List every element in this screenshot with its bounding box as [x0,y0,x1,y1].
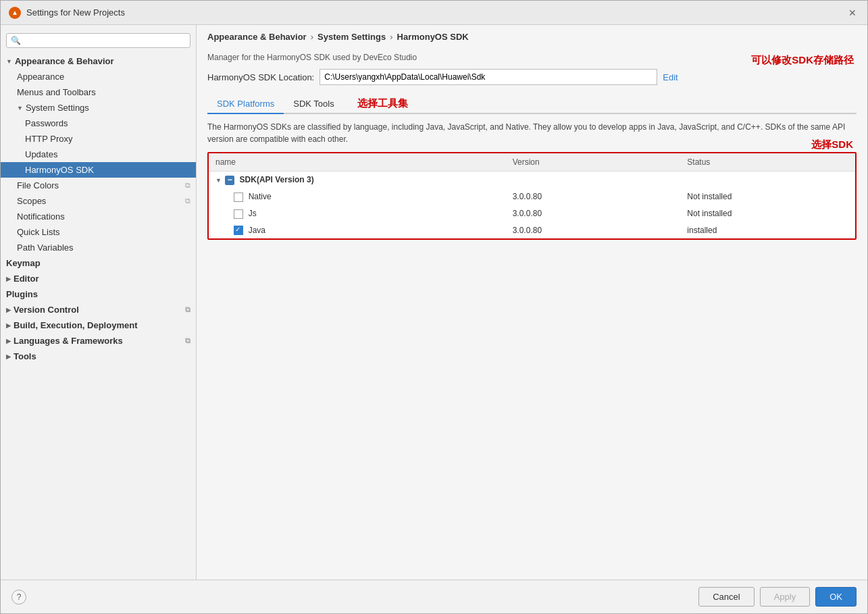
sdk-item-version-java: 3.0.0.80 [506,222,681,239]
breadcrumb-sep-2: › [390,32,392,42]
right-panel: Appearance & Behavior › System Settings … [197,25,867,580]
table-row: Js 3.0.0.80 Not installed [209,205,855,222]
search-input[interactable] [24,36,186,45]
sdk-group-version [506,172,681,189]
col-header-version: Version [506,153,681,172]
breadcrumb-part-3: HarmonyOS SDK [397,32,469,42]
sdk-table-section: 选择SDK name Version Status [207,152,857,240]
app-icon: ▲ [9,7,21,19]
expand-icon: ▶ [6,322,11,329]
annotation-select-sdk: 选择SDK [811,138,853,151]
sidebar-item-languages-frameworks[interactable]: ▶ Languages & Frameworks ⧉ [1,333,196,349]
sidebar-item-file-colors[interactable]: File Colors ⧉ [1,178,196,193]
settings-dialog: ▲ Settings for New Projects ✕ 🔍 ▼ Appear… [0,0,868,614]
ok-button[interactable]: OK [815,587,857,607]
java-checkbox[interactable] [234,226,243,235]
sidebar-label: Version Control [14,305,79,315]
sdk-item-status-java: installed [680,222,855,239]
expand-icon: ▼ [6,58,12,65]
annotation-select-tools: 选择工具集 [357,97,408,110]
main-content: 🔍 ▼ Appearance & Behavior Appearance Men… [1,25,867,580]
minus-icon: − [225,176,234,185]
sidebar-label: Appearance [17,72,64,82]
sidebar-item-harmonyos-sdk[interactable]: HarmonyOS SDK [1,162,196,178]
sidebar-label: Keymap [6,258,41,268]
expand-icon: ▶ [6,307,11,313]
expand-icon: ▼ [215,177,222,184]
page-icon: ⧉ [185,305,190,314]
breadcrumb-sep-1: › [311,32,313,42]
col-header-name: name [209,153,506,172]
sidebar-item-http-proxy[interactable]: HTTP Proxy [1,131,196,147]
search-box[interactable]: 🔍 [6,33,190,48]
sidebar-label: Updates [25,149,57,159]
sdk-table-container: name Version Status ▼ − [207,152,857,240]
title-bar: ▲ Settings for New Projects ✕ [1,1,867,25]
sdk-group-status [680,172,855,189]
sdk-group-label: SDK(API Version 3) [240,175,314,184]
sidebar-label: HTTP Proxy [25,134,73,144]
page-icon: ⧉ [185,336,190,345]
sidebar-item-notifications[interactable]: Notifications [1,209,196,224]
sidebar-label: Languages & Frameworks [14,336,123,346]
sidebar-label: Path Variables [17,242,74,253]
sidebar-label: File Colors [17,180,59,190]
sidebar-item-appearance-behavior[interactable]: ▼ Appearance & Behavior [1,53,196,69]
page-icon: ⧉ [185,197,190,205]
edit-link[interactable]: Edit [663,72,678,82]
sidebar-item-quick-lists[interactable]: Quick Lists [1,224,196,240]
col-header-status: Status [680,153,855,172]
sidebar-label: Notifications [17,211,65,222]
sidebar-label: Editor [14,274,39,284]
sidebar-item-appearance[interactable]: Appearance [1,69,196,84]
sdk-item-status-native: Not installed [680,188,855,205]
sidebar-item-version-control[interactable]: ▶ Version Control ⧉ [1,302,196,317]
breadcrumb-part-2: System Settings [317,32,386,42]
sdk-location-label: HarmonyOS SDK Location: [207,72,314,82]
sidebar-label: Menus and Toolbars [17,87,96,97]
sdk-location-input[interactable] [320,69,657,85]
tab-sdk-platforms[interactable]: SDK Platforms [207,95,284,114]
footer-left: ? [11,590,693,605]
sidebar-item-tools[interactable]: ▶ Tools [1,349,196,364]
sidebar-label: Plugins [6,289,38,299]
search-icon: 🔍 [11,36,21,45]
sidebar-label: Passwords [25,118,68,128]
sdk-item-status-js: Not installed [680,205,855,222]
sidebar-item-keymap[interactable]: Keymap [1,255,196,271]
tabs-row: SDK Platforms SDK Tools 选择工具集 [207,95,857,114]
sidebar-label: Tools [14,351,36,361]
close-button[interactable]: ✕ [846,6,859,20]
table-row: Native 3.0.0.80 Not installed [209,188,855,205]
table-row: Java 3.0.0.80 installed [209,222,855,239]
expand-icon: ▶ [6,276,11,282]
cancel-button[interactable]: Cancel [698,587,754,607]
js-checkbox[interactable] [234,209,243,219]
sdk-item-name-native: Native [209,188,506,205]
sidebar: 🔍 ▼ Appearance & Behavior Appearance Men… [1,25,197,580]
sidebar-item-passwords[interactable]: Passwords [1,116,196,131]
sidebar-label: System Settings [26,103,89,113]
native-checkbox[interactable] [234,193,243,202]
sidebar-label: Scopes [17,196,46,206]
tab-sdk-tools[interactable]: SDK Tools [284,95,343,114]
sdk-table: name Version Status ▼ − [209,153,855,238]
breadcrumb: Appearance & Behavior › System Settings … [197,25,867,47]
sidebar-item-editor[interactable]: ▶ Editor [1,271,196,286]
apply-button[interactable]: Apply [760,587,811,607]
sidebar-item-menus-toolbars[interactable]: Menus and Toolbars [1,84,196,100]
sdk-manager-description: Manager for the HarmonyOS SDK used by De… [207,53,857,62]
sidebar-item-plugins[interactable]: Plugins [1,286,196,302]
sdk-group-row[interactable]: ▼ − SDK(API Version 3) [209,172,855,189]
panel-body: 可以修改SDK存储路径 Manager for the HarmonyOS SD… [197,47,867,580]
help-button[interactable]: ? [11,590,26,605]
sidebar-item-system-settings[interactable]: ▼ System Settings [1,100,196,116]
sidebar-item-updates[interactable]: Updates [1,147,196,162]
expand-icon: ▶ [6,338,11,344]
sidebar-label: Quick Lists [17,227,60,237]
sidebar-item-build-execution[interactable]: ▶ Build, Execution, Deployment [1,317,196,333]
expand-icon: ▼ [17,105,23,111]
title-bar-left: ▲ Settings for New Projects [9,7,125,19]
sidebar-item-scopes[interactable]: Scopes ⧉ [1,193,196,209]
sidebar-item-path-variables[interactable]: Path Variables [1,240,196,255]
